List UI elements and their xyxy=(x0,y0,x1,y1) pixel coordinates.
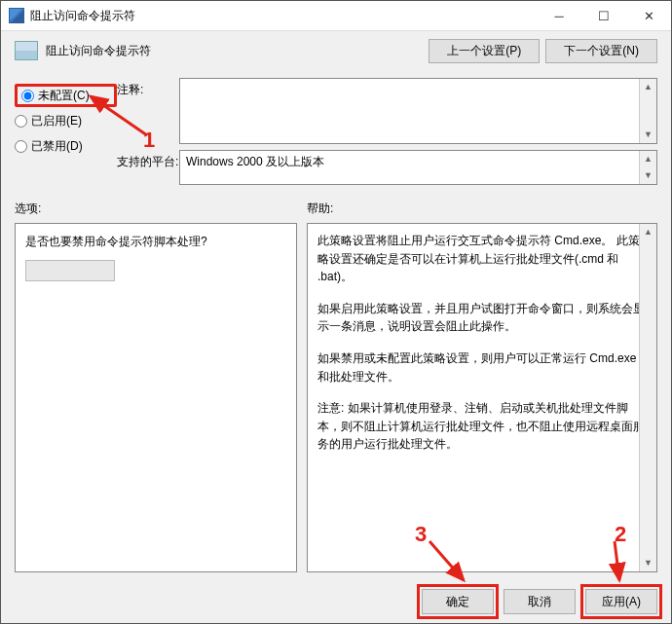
supported-platform-box: Windows 2000 及以上版本 ▲▼ xyxy=(179,150,657,185)
help-label: 帮助: xyxy=(307,201,333,217)
radio-disabled-label: 已禁用(D) xyxy=(31,138,83,155)
radio-disabled-input[interactable] xyxy=(15,140,27,153)
next-setting-button[interactable]: 下一个设置(N) xyxy=(545,39,657,63)
policy-heading: 阻止访问命令提示符 xyxy=(46,43,151,59)
radio-disabled[interactable]: 已禁用(D) xyxy=(15,134,117,158)
details-section: 是否也要禁用命令提示符脚本处理? 此策略设置将阻止用户运行交互式命令提示符 Cm… xyxy=(1,219,671,580)
help-p2: 如果启用此策略设置，并且用户试图打开命令窗口，则系统会显示一条消息，说明设置会阻… xyxy=(317,300,647,336)
help-p4: 注意: 如果计算机使用登录、注销、启动或关机批处理文件脚本，则不阻止计算机运行批… xyxy=(317,399,647,454)
help-p3: 如果禁用或未配置此策略设置，则用户可以正常运行 Cmd.exe 和批处理文件。 xyxy=(317,349,647,385)
dialog-footer: 确定 取消 应用(A) xyxy=(1,580,671,623)
minimize-button[interactable]: ─ xyxy=(537,1,581,30)
radio-enabled-label: 已启用(E) xyxy=(31,113,82,129)
previous-setting-button[interactable]: 上一个设置(P) xyxy=(429,39,540,63)
column-labels: 选项: 帮助: xyxy=(1,197,671,219)
help-panel: 此策略设置将阻止用户运行交互式命令提示符 Cmd.exe。 此策略设置还确定是否… xyxy=(307,223,657,572)
titlebar: 阻止访问命令提示符 ─ ☐ ✕ xyxy=(1,1,671,31)
options-question: 是否也要禁用命令提示符脚本处理? xyxy=(25,234,286,250)
apply-button[interactable]: 应用(A) xyxy=(585,589,657,614)
radio-not-configured[interactable]: 未配置(C) xyxy=(15,84,117,107)
scrollbar[interactable]: ▲▼ xyxy=(639,151,656,184)
toolbar: 阻止访问命令提示符 上一个设置(P) 下一个设置(N) xyxy=(1,31,671,70)
scrollbar[interactable]: ▲▼ xyxy=(639,224,656,571)
scrollbar[interactable]: ▲▼ xyxy=(639,79,656,143)
config-section: 未配置(C) 已启用(E) 已禁用(D) 注释: ▲▼ 支持的平台: W xyxy=(1,70,671,197)
close-button[interactable]: ✕ xyxy=(626,1,671,30)
options-panel: 是否也要禁用命令提示符脚本处理? xyxy=(15,223,297,572)
platform-value: Windows 2000 及以上版本 xyxy=(180,151,330,173)
help-p1: 此策略设置将阻止用户运行交互式命令提示符 Cmd.exe。 此策略设置还确定是否… xyxy=(317,232,647,286)
maximize-button[interactable]: ☐ xyxy=(581,1,626,30)
radio-not-configured-input[interactable] xyxy=(21,90,34,102)
ok-button[interactable]: 确定 xyxy=(422,589,494,614)
options-label: 选项: xyxy=(15,201,307,217)
comment-textarea[interactable]: ▲▼ xyxy=(179,78,657,144)
radio-not-configured-label: 未配置(C) xyxy=(38,88,90,104)
radio-enabled[interactable]: 已启用(E) xyxy=(15,109,117,132)
app-icon xyxy=(9,8,24,23)
radio-enabled-input[interactable] xyxy=(15,115,27,128)
window-title: 阻止访问命令提示符 xyxy=(30,8,537,24)
platform-label: 支持的平台: xyxy=(117,150,179,185)
state-radio-group: 未配置(C) 已启用(E) 已禁用(D) xyxy=(15,78,117,191)
gpedit-policy-dialog: 阻止访问命令提示符 ─ ☐ ✕ 阻止访问命令提示符 上一个设置(P) 下一个设置… xyxy=(0,0,672,624)
cancel-button[interactable]: 取消 xyxy=(504,589,576,614)
policy-icon xyxy=(15,41,38,60)
options-dropdown[interactable] xyxy=(25,260,115,281)
comment-label: 注释: xyxy=(117,78,179,144)
